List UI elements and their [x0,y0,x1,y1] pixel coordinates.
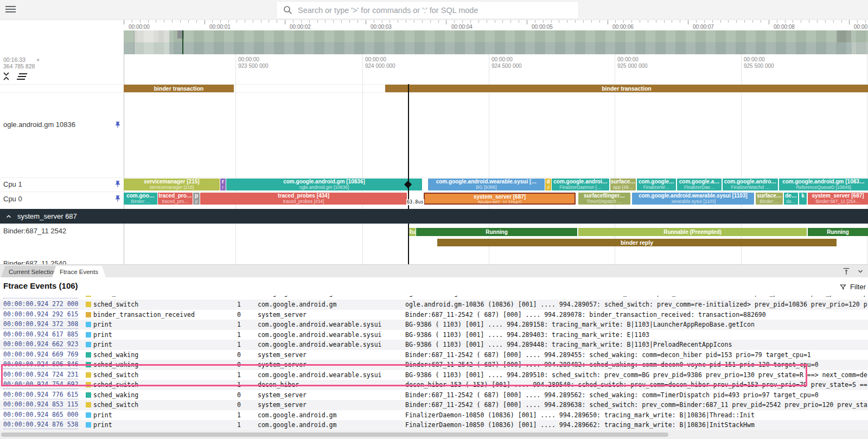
table-row[interactable]: 00:00:00.924 754 692 sched_switch 1 deco… [0,380,868,390]
table-row[interactable]: 00:00:00.924 776 615 sched_waking 0 syst… [0,390,868,400]
cell-timestamp[interactable]: 00:00:00.924 669 769 [3,351,78,359]
cell-args: BG-9386 ( 1103) [001] .... 994.289510: s… [405,370,868,380]
cell-args: FinalizerDaemon-10850 (10836) [001] ....… [405,420,868,430]
collapse-panel-button[interactable] [856,267,865,276]
cell-timestamp[interactable]: 00:00:00.924 724 231 [3,371,78,379]
table-row[interactable]: 00:00:00.924 272 000 sched_switch 1 com.… [0,300,868,310]
binder-transaction-slice[interactable]: binder transaction [124,85,234,92]
cell-event-name: sched_waking [93,390,138,400]
cpu-slice[interactable]: surface…Binder:… [756,193,783,205]
cpu1-track: servicemanager [215]servicemanager [215]… [0,179,868,190]
cell-timestamp[interactable]: 00:00:00.924 876 538 [3,421,78,429]
table-row[interactable]: 00:00:00.924 724 231 sched_switch 1 com.… [0,370,868,380]
cpu-slice[interactable]: com.google.android.gm [1083…ReferenceQue… [779,179,868,190]
cpu-slice[interactable]: com.google.android.wearable.sysui [1103]… [632,193,754,205]
table-row[interactable]: 00:00:00.924 617 885 print 1 com.google.… [0,330,868,340]
table-row[interactable]: 00:00:00.924 669 769 sched_waking 0 syst… [0,350,868,360]
cell-timestamp[interactable]: 00:00:00.924 617 885 [3,330,78,339]
cell-event-name: print [93,320,112,330]
table-row[interactable]: 00:00:00.924 876 538 print 1 com.google.… [0,420,868,430]
cell-timestamp[interactable]: 00:00:00.924 754 692 [3,380,78,389]
cpu-slice[interactable]: com.google.android.gm [10836]ogle.androi… [226,179,422,190]
cell-process: com.google.android.gm [258,420,336,430]
event-color-swatch [86,342,91,347]
cell-args: BG-9386 ( 1103) [001] .... 994.289158: t… [405,320,868,330]
cpu-slice[interactable]: com.google.andro…FinalizerWatchd … [723,179,778,190]
cpu-slice[interactable]: system_server [687]Binder:687_11 [254… [808,193,868,205]
overview-viewport-line[interactable] [182,30,183,54]
table-row[interactable]: 00:00:00.924 696 846 sched_waking 0 syst… [0,360,868,370]
cell-timestamp[interactable]: 00:00:00.924 372 308 [3,320,78,329]
cell-timestamp[interactable]: 00:00:00.924 696 846 [3,360,78,369]
expand-panel-button[interactable] [842,267,851,276]
thread-state-slice[interactable]: Runnable (Preempted) [578,228,807,236]
cell-timestamp[interactable]: 00:00:00.924 853 115 [3,400,78,409]
cpu-slice[interactable]: rr [220,179,226,190]
cpu-slice[interactable]: servicemanager [215]servicemanager [215] [124,179,220,190]
cpu-slice[interactable]: com.goo…Binder:… [124,193,157,205]
cpu-slice[interactable]: com.google.a…FinalizerDae… [677,179,722,190]
selection-duration-label: 63.8us [406,199,424,205]
cell-event-name: sched_switch [93,400,138,410]
ruler-label: 00:00:00 [129,24,150,30]
search-input[interactable]: Search or type '>' for commands or ':' f… [277,2,578,18]
table-row[interactable]: 00:00:00.924 853 115 sched_switch 0 syst… [0,400,868,410]
cpu-slice[interactable]: surfaceflinger…TimerDispatch … [578,193,630,205]
binder-reply-slice[interactable]: binder reply [437,239,837,246]
cpu-slice[interactable]: de…da… [784,193,798,205]
cpu-slice[interactable]: system_server [687]Binder:687_11 [2542] [424,193,576,205]
track-list-icon[interactable] [16,73,28,80]
cell-cpu: 1 [237,380,241,390]
cell-args: BG-9386 ( 1103) [001] .... 994.289448: t… [405,340,868,350]
scrollbar-thumb[interactable] [1,432,668,437]
cell-args: Binder:687_11-2542 ( 687) [000] .... 994… [405,400,868,410]
cell-timestamp[interactable]: 00:00:00.924 776 615 [3,391,78,399]
cpu-slice[interactable]: com.google.androi…FinalizerDaemon [… [552,179,609,190]
cpu-slice[interactable]: surface…app [49… [610,179,636,190]
thread-state-slice[interactable]: Running [416,228,577,236]
collapse-tracks-icon[interactable] [2,72,10,81]
cell-timestamp[interactable]: 00:00:00.924 292 615 [3,310,78,319]
cpu-slice[interactable]: com.google…FinalizerW… [637,179,676,190]
process-group-header[interactable]: system_server 687 [0,209,868,224]
cell-timestamp[interactable]: 00:00:00.924 865 000 [3,411,78,419]
cpu-slice[interactable]: pp [193,193,200,205]
thread-state-slice[interactable]: Running [808,228,868,236]
group-header-label: system_server 687 [17,212,77,220]
table-row[interactable]: 00:00:00.924 292 615 binder_transaction_… [0,310,868,320]
cell-args: ogle.android.gm-10836 (10836) [001] ....… [405,300,868,310]
track-area: 00:00:00923 500 000 00:00:00924 000 000 … [0,54,868,264]
cell-process: system_server [258,310,307,320]
cpu-slice[interactable]: traced_pro…traced_pro… [158,193,193,205]
timeline-overview[interactable] [0,30,868,54]
cell-event-name: sched_waking [93,360,138,370]
cell-cpu: 1 [237,370,241,380]
binder-transaction-slice[interactable]: binder transaction [385,85,868,92]
filter-button[interactable]: Filter [839,283,866,291]
cpu-slice[interactable]: traced_probes [434]traced_probes [434] [200,193,407,205]
thread-state-slice[interactable]: Runn… [408,228,416,236]
ruler-label: 00:00:06 [612,24,634,30]
event-color-swatch [86,312,91,317]
cpu-slice[interactable]: dd [545,179,551,190]
cell-timestamp[interactable]: 00:00:00.924 272 000 [3,300,78,309]
cpu-slice[interactable]: k [799,193,807,205]
tab-ftrace-events[interactable]: Ftrace Events [52,266,106,278]
cell-event-name: print [93,330,112,340]
table-row[interactable]: 00:00:00.924 865 000 print 1 com.google.… [0,410,868,421]
cell-args: decon_hiber-153 ( 153) [001] .... 994.28… [405,380,868,390]
pin-icon[interactable] [114,120,122,129]
table-row[interactable]: 00:00:00.924 662 923 print 1 com.google.… [0,340,868,350]
ftrace-events-panel: Ftrace Events (106) Filter 00:00:00.924 … [0,277,868,439]
menu-button[interactable] [5,6,16,14]
table-rows: 00:00:00.924 272 000 sched_switch 1 com.… [0,300,868,430]
table-row[interactable]: 00:00:00.924 372 308 print 1 com.google.… [0,320,868,330]
partial-table-row[interactable]: 00:00:00.924 272 000 sched_switch 1 com.… [0,296,868,300]
ruler-label: 00:00:08 [774,24,795,30]
ruler-label: 00:00:07 [693,24,714,30]
cell-cpu: 1 [237,340,241,350]
cell-cpu: 1 [237,320,241,330]
cpu-slice[interactable]: com.google.android.wearable.sysui […BG [… [428,179,545,190]
cell-timestamp[interactable]: 00:00:00.924 662 923 [3,340,78,349]
cell-event-name: print [93,410,112,421]
